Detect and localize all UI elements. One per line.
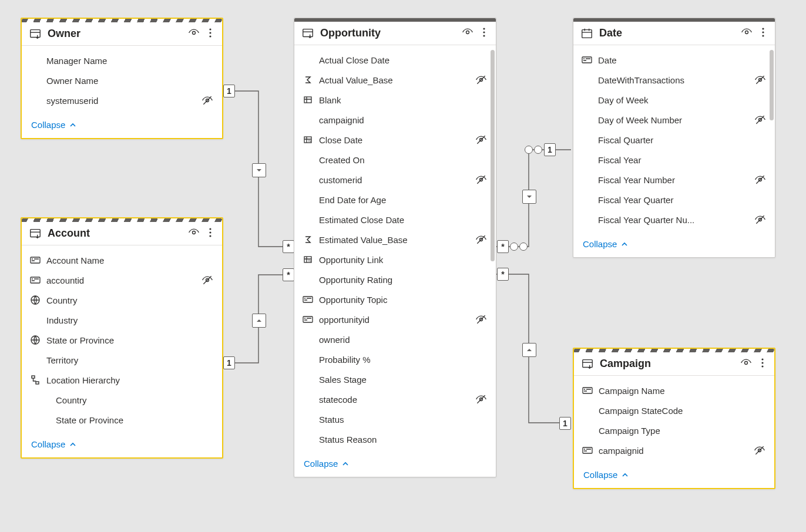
field-row[interactable]: State or Province — [22, 410, 222, 430]
hidden-indicator — [753, 445, 766, 456]
table-account[interactable]: Account Account Name accountid Country I… — [21, 217, 223, 459]
field-name: campaignid — [319, 115, 469, 125]
field-row[interactable]: Status — [294, 409, 496, 429]
field-name: Campaign Name — [599, 386, 747, 396]
filter-direction-icon — [252, 163, 266, 177]
more-options-icon[interactable] — [479, 26, 489, 40]
field-row[interactable]: Account Name — [22, 250, 222, 270]
scrollbar[interactable] — [770, 50, 774, 120]
collapse-label: Collapse — [304, 459, 338, 469]
field-row[interactable]: Opportunity Topic — [294, 289, 496, 309]
field-row[interactable]: customerid — [294, 170, 496, 190]
svg-point-20 — [483, 28, 485, 29]
table-header[interactable]: Opportunity — [294, 22, 496, 45]
table-campaign[interactable]: Campaign Campaign NameCampaign StateCode… — [573, 348, 775, 489]
field-row[interactable]: Campaign StateCode — [574, 400, 774, 420]
field-row[interactable]: End Date for Age — [294, 190, 496, 210]
field-name: DateWithTransactions — [598, 75, 748, 85]
field-row[interactable]: Manager Name — [22, 50, 222, 70]
field-row[interactable]: accountid — [22, 270, 222, 290]
collapse-button[interactable]: Collapse — [22, 433, 222, 457]
field-row[interactable]: Fiscal Quarter — [573, 130, 775, 150]
field-row[interactable]: State or Province — [22, 330, 222, 350]
field-row[interactable]: Owner Name — [22, 70, 222, 90]
table-owner[interactable]: Owner Manager Name Owner Name systemuser… — [21, 18, 223, 139]
field-row[interactable]: Date — [573, 50, 775, 70]
field-row[interactable]: fxOpportunity Link — [294, 250, 496, 270]
visibility-icon[interactable] — [188, 27, 200, 41]
field-row[interactable]: Probability % — [294, 349, 496, 369]
table-header[interactable]: Owner — [22, 22, 222, 46]
field-row[interactable]: Status Reason — [294, 429, 496, 449]
field-row[interactable]: campaignid — [294, 110, 496, 130]
table-opportunity[interactable]: Opportunity Actual Close DateActual Valu… — [294, 18, 496, 477]
field-row[interactable]: Estimated Close Date — [294, 210, 496, 230]
field-row[interactable]: Created On — [294, 150, 496, 170]
more-options-icon[interactable] — [758, 26, 768, 40]
hidden-indicator — [475, 234, 488, 245]
chevron-up-icon — [69, 440, 77, 449]
visibility-icon[interactable] — [740, 357, 752, 371]
field-row[interactable]: Territory — [22, 350, 222, 370]
field-row[interactable]: Fiscal Year Quarter — [573, 190, 775, 210]
field-row[interactable]: Blank — [294, 90, 496, 110]
filter-direction-icon — [252, 314, 266, 328]
calc-icon: fx — [303, 255, 313, 264]
table-title: Campaign — [600, 358, 734, 370]
field-name: Status Reason — [319, 435, 469, 445]
field-row[interactable]: Estimated Value_Base — [294, 230, 496, 250]
svg-rect-32 — [303, 297, 313, 302]
field-row[interactable]: Fiscal Year Quarter Nu... — [573, 210, 775, 230]
field-row[interactable]: Campaign Name — [574, 381, 774, 400]
field-name: Actual Value_Base — [319, 75, 469, 85]
field-list: Actual Close DateActual Value_BaseBlankc… — [294, 45, 496, 453]
svg-point-22 — [483, 35, 485, 36]
field-row[interactable]: Actual Value_Base — [294, 70, 496, 90]
field-row[interactable]: Day of Week — [573, 90, 775, 110]
field-name: Day of Week Number — [598, 115, 748, 125]
more-options-icon[interactable] — [206, 227, 215, 240]
svg-rect-18 — [303, 29, 313, 36]
field-row[interactable]: fxClose Date — [294, 130, 496, 150]
field-row[interactable]: Fiscal Year — [573, 150, 775, 170]
svg-rect-16 — [32, 376, 35, 378]
field-row[interactable]: Country — [22, 290, 222, 310]
field-name: Sales Stage — [319, 375, 469, 385]
field-row[interactable]: Campaign Type — [574, 420, 774, 440]
chevron-up-icon — [341, 460, 350, 468]
visibility-icon[interactable] — [741, 26, 753, 40]
svg-point-40 — [762, 35, 764, 36]
more-options-icon[interactable] — [206, 27, 215, 41]
collapse-button[interactable]: Collapse — [294, 453, 496, 477]
visibility-icon[interactable] — [188, 227, 200, 240]
more-options-icon[interactable] — [758, 357, 767, 371]
collapse-button[interactable]: Collapse — [573, 233, 775, 257]
field-row[interactable]: Industry — [22, 310, 222, 330]
field-row[interactable]: Country — [22, 390, 222, 410]
table-date[interactable]: Date DateDateWithTransactionsDay of Week… — [573, 18, 775, 258]
key-icon — [30, 276, 41, 284]
field-row[interactable]: opportunityid — [294, 309, 496, 329]
field-row[interactable]: campaignid — [574, 440, 774, 460]
field-row[interactable]: Sales Stage — [294, 369, 496, 389]
table-header[interactable]: Campaign — [574, 352, 774, 376]
field-row[interactable]: Day of Week Number — [573, 110, 775, 130]
svg-point-10 — [209, 235, 211, 237]
scrollbar[interactable] — [491, 50, 495, 261]
field-row[interactable]: Opportunity Rating — [294, 270, 496, 289]
field-name: Actual Close Date — [319, 55, 469, 65]
collapse-button[interactable]: Collapse — [22, 114, 222, 138]
field-row[interactable]: ownerid — [294, 329, 496, 349]
field-row[interactable]: Actual Close Date — [294, 50, 496, 70]
field-row[interactable]: systemuserid — [22, 90, 222, 110]
table-header[interactable]: Account — [22, 222, 222, 245]
field-name: Fiscal Quarter — [598, 135, 748, 145]
field-row[interactable]: statecode — [294, 389, 496, 409]
field-row[interactable]: Fiscal Year Number — [573, 170, 775, 190]
field-row[interactable]: DateWithTransactions — [573, 70, 775, 90]
table-header[interactable]: Date — [573, 22, 775, 45]
field-row[interactable]: Location Hierarchy — [22, 370, 222, 390]
collapse-button[interactable]: Collapse — [574, 464, 774, 488]
svg-rect-0 — [31, 29, 41, 37]
visibility-icon[interactable] — [462, 26, 473, 40]
